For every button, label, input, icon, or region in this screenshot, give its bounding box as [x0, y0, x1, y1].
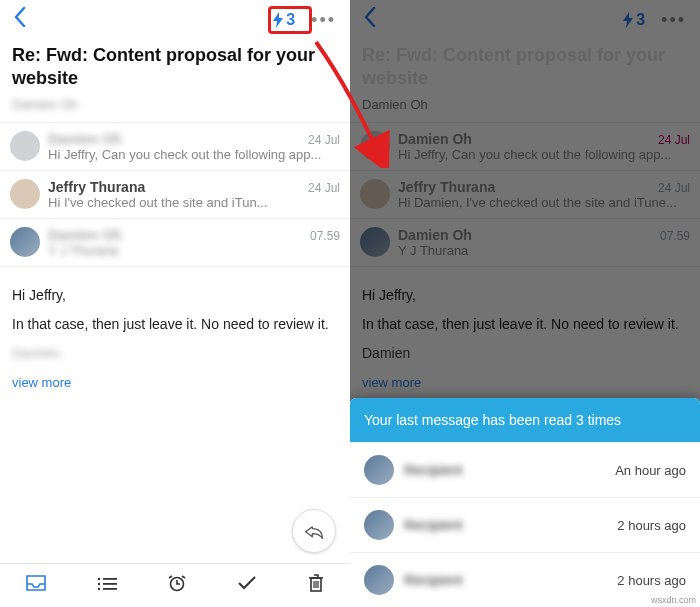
sender-name: Jeffry Thurana — [48, 179, 145, 195]
message-preview: Hi Jeffry, Can you check out the followi… — [398, 147, 690, 162]
svg-rect-3 — [103, 583, 117, 585]
body-line: In that case, then just leave it. No nee… — [12, 314, 338, 335]
avatar — [364, 510, 394, 540]
message-body: Hi Jeffry, In that case, then just leave… — [0, 267, 350, 369]
message-date: 24 Jul — [658, 181, 690, 195]
reader-name: Recipient — [404, 462, 605, 478]
body-greeting: Hi Jeffry, — [362, 285, 688, 306]
thread-item[interactable]: Damien Oh24 Jul Hi Jeffry, Can you check… — [0, 122, 350, 170]
bolt-count: 3 — [636, 11, 645, 29]
read-time: 2 hours ago — [617, 518, 686, 533]
avatar — [10, 131, 40, 161]
reply-button[interactable] — [292, 509, 336, 553]
list-icon[interactable] — [89, 567, 125, 604]
sender-meta: Damien Oh — [350, 95, 700, 122]
message-date: 24 Jul — [308, 181, 340, 195]
highlight-box — [268, 6, 312, 34]
read-time: An hour ago — [615, 463, 686, 478]
avatar — [10, 227, 40, 257]
more-button[interactable]: ••• — [657, 6, 690, 35]
message-date: 24 Jul — [658, 133, 690, 147]
email-subject: Re: Fwd: Content proposal for your websi… — [0, 40, 350, 95]
sender-name: Damien Oh — [398, 131, 472, 147]
read-row[interactable]: Recipient 2 hours ago — [350, 497, 700, 552]
avatar — [360, 227, 390, 257]
read-receipt-count[interactable]: 3 — [618, 9, 649, 31]
read-row[interactable]: Recipient An hour ago — [350, 442, 700, 497]
inbox-icon[interactable] — [18, 567, 54, 604]
bottom-toolbar — [0, 563, 350, 607]
sheet-header: Your last message has been read 3 times — [350, 398, 700, 442]
thread-item[interactable]: Damien Oh24 Jul Hi Jeffry, Can you check… — [350, 122, 700, 170]
message-date: 07.59 — [310, 229, 340, 243]
avatar — [364, 455, 394, 485]
topbar: 3 ••• — [350, 0, 700, 40]
message-preview: Hi Damien, I've checked out the site and… — [398, 195, 690, 210]
svg-point-2 — [98, 583, 100, 585]
message-body: Hi Jeffry, In that case, then just leave… — [350, 267, 700, 369]
svg-rect-5 — [103, 588, 117, 590]
reader-name: Recipient — [404, 517, 607, 533]
sender-meta: Damien Oh — [0, 95, 350, 122]
sender-name: Damien Oh — [48, 131, 122, 147]
reader-name: Recipient — [404, 572, 607, 588]
svg-point-0 — [98, 578, 100, 580]
thread-item[interactable]: Jeffry Thurana24 Jul Hi I've checked out… — [0, 170, 350, 218]
snooze-icon[interactable] — [160, 566, 194, 605]
avatar — [10, 179, 40, 209]
view-more-link[interactable]: view more — [0, 369, 350, 402]
message-preview: Y J Thurana — [48, 243, 340, 258]
avatar — [360, 179, 390, 209]
thread-item[interactable]: Damien Oh07.59 Y J Thurana — [0, 218, 350, 267]
back-button[interactable] — [10, 3, 30, 37]
message-preview: Hi Jeffry, Can you check out the followi… — [48, 147, 340, 162]
thread-item[interactable]: Jeffry Thurana24 Jul Hi Damien, I've che… — [350, 170, 700, 218]
trash-icon[interactable] — [300, 566, 332, 605]
body-greeting: Hi Jeffry, — [12, 285, 338, 306]
avatar — [360, 131, 390, 161]
message-date: 24 Jul — [308, 133, 340, 147]
sender-name: Damien Oh — [398, 227, 472, 243]
more-button[interactable]: ••• — [307, 6, 340, 35]
watermark: wsxdn.com — [651, 595, 696, 605]
sender-name: Damien Oh — [48, 227, 122, 243]
sender-name: Jeffry Thurana — [398, 179, 495, 195]
svg-point-4 — [98, 588, 100, 590]
done-icon[interactable] — [229, 567, 265, 604]
signature: Damien — [12, 343, 72, 359]
read-receipt-sheet: Your last message has been read 3 times … — [350, 398, 700, 607]
body-line: In that case, then just leave it. No nee… — [362, 314, 688, 335]
left-pane: 3 ••• Re: Fwd: Content proposal for your… — [0, 0, 350, 607]
avatar — [364, 565, 394, 595]
signature: Damien — [362, 343, 422, 359]
read-row[interactable]: Recipient 2 hours ago — [350, 552, 700, 607]
message-preview: Hi I've checked out the site and iTun... — [48, 195, 340, 210]
thread-item[interactable]: Damien Oh07.59 Y J Thurana — [350, 218, 700, 267]
right-pane: 3 ••• Re: Fwd: Content proposal for your… — [350, 0, 700, 607]
svg-rect-1 — [103, 578, 117, 580]
message-date: 07.59 — [660, 229, 690, 243]
back-button[interactable] — [360, 3, 380, 37]
message-preview: Y J Thurana — [398, 243, 690, 258]
email-subject: Re: Fwd: Content proposal for your websi… — [350, 40, 700, 95]
read-time: 2 hours ago — [617, 573, 686, 588]
